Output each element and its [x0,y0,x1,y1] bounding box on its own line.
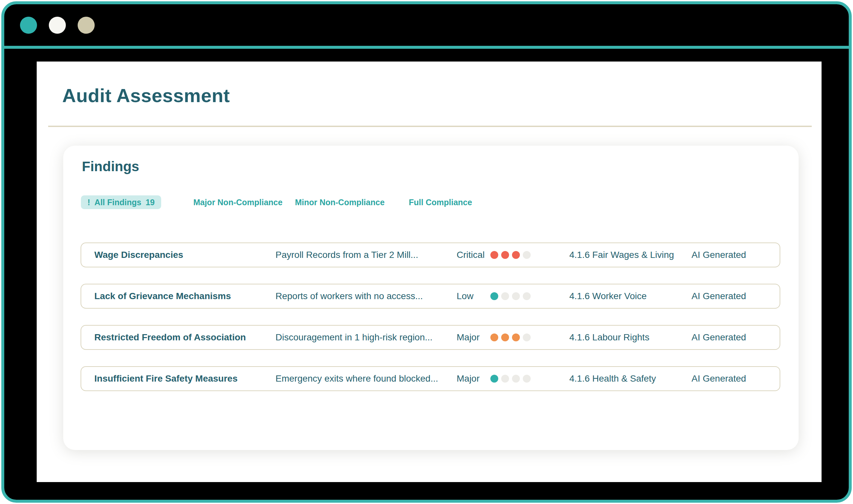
page-title: Audit Assessment [62,85,230,106]
severity-dot-filled-icon [512,334,520,341]
finding-ai-tag: AI Generated [692,374,780,384]
title-divider [48,126,812,127]
window-control-maximize-icon[interactable] [77,17,95,34]
severity-dot-filled-icon [501,251,509,259]
window-control-minimize-icon[interactable] [49,17,66,34]
findings-heading: Findings [82,159,139,175]
filter-tab-major-non-compliance[interactable]: Major Non-Compliance [193,198,282,207]
finding-title: Wage Discrepancies [94,250,276,260]
finding-severity-label: Major [457,332,490,343]
finding-severity-dots [490,292,569,300]
finding-severity-label: Low [457,291,490,302]
finding-category: 4.1.6 Fair Wages & Living [569,250,692,260]
severity-dot-filled-icon [490,375,498,382]
finding-description: Discouragement in 1 high-risk region... [276,332,457,343]
finding-description: Payroll Records from a Tier 2 Mill... [276,250,457,260]
finding-severity-label: Critical [457,250,490,260]
severity-dot-empty-icon [512,375,520,382]
finding-description: Reports of workers with no access... [276,291,457,302]
finding-severity-label: Major [457,374,490,384]
finding-ai-tag: AI Generated [692,291,780,302]
finding-title: Insufficient Fire Safety Measures [94,374,276,384]
severity-dot-empty-icon [523,334,531,341]
findings-card: Findings ! All Findings 19 Major Non-Com… [63,146,799,450]
finding-title: Lack of Grievance Mechanisms [94,291,276,302]
window-titlebar [4,4,849,49]
finding-row[interactable]: Insufficient Fire Safety Measures Emerge… [81,366,780,391]
finding-category: 4.1.6 Labour Rights [569,332,692,343]
filter-tab-full-compliance[interactable]: Full Compliance [409,198,472,207]
findings-filter-bar: ! All Findings 19 Major Non-ComplianceMi… [81,195,472,209]
finding-row[interactable]: Restricted Freedom of Association Discou… [81,325,780,350]
severity-dot-empty-icon [501,375,509,382]
finding-row[interactable]: Wage Discrepancies Payroll Records from … [81,242,780,267]
filter-all-findings[interactable]: ! All Findings 19 [81,195,161,209]
severity-dot-filled-icon [512,251,520,259]
finding-severity-dots [490,251,569,259]
severity-dot-empty-icon [523,251,531,259]
severity-dot-empty-icon [501,292,509,300]
filter-all-findings-label: All Findings [94,198,141,207]
filter-all-findings-count: 19 [145,198,155,207]
findings-list: Wage Discrepancies Payroll Records from … [81,242,780,391]
content-page: Audit Assessment Findings ! All Findings… [37,61,821,482]
finding-severity-dots [490,375,569,382]
severity-dot-empty-icon [523,375,531,382]
severity-dot-filled-icon [490,292,498,300]
severity-dot-filled-icon [501,334,509,341]
finding-severity-dots [490,334,569,341]
window-control-close-icon[interactable] [20,17,37,34]
finding-ai-tag: AI Generated [692,332,780,343]
finding-row[interactable]: Lack of Grievance Mechanisms Reports of … [81,284,780,309]
finding-category: 4.1.6 Health & Safety [569,374,692,384]
severity-dot-filled-icon [490,251,498,259]
finding-ai-tag: AI Generated [692,250,780,260]
alert-icon: ! [87,198,90,207]
severity-dot-empty-icon [523,292,531,300]
finding-description: Emergency exits where found blocked... [276,374,457,384]
finding-category: 4.1.6 Worker Voice [569,291,692,302]
app-window: Audit Assessment Findings ! All Findings… [1,1,852,503]
severity-dot-filled-icon [490,334,498,341]
finding-title: Restricted Freedom of Association [94,332,276,343]
severity-dot-empty-icon [512,292,520,300]
filter-tab-minor-non-compliance[interactable]: Minor Non-Compliance [295,198,385,207]
